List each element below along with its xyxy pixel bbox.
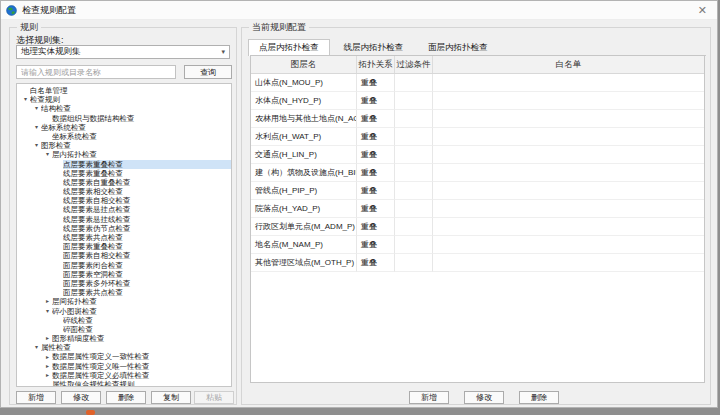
table-row[interactable]: 交通点(H_LIN_P)重叠	[251, 146, 704, 164]
tree-item-label: 面层要素闭合检查	[63, 261, 231, 270]
cell-filter-condition	[395, 146, 433, 164]
expand-arrow-icon[interactable]: ▾	[32, 343, 41, 352]
modify-rule-button[interactable]: 修改	[464, 391, 504, 404]
tree-item[interactable]: ▸数据层属性项定义一致性检查	[17, 352, 231, 361]
window-title: 检查规则配置	[22, 4, 76, 17]
tree-item[interactable]: 线层要素重叠检查	[17, 169, 231, 178]
tree-item-label: 线层要素自相交检查	[63, 196, 231, 205]
tab-line-layer-topology[interactable]: 线层内拓扑检查	[333, 39, 415, 55]
collapse-arrow-icon[interactable]: ▸	[43, 362, 52, 371]
cell-whitelist	[433, 128, 704, 146]
expand-arrow-icon[interactable]: ▾	[32, 104, 41, 113]
tree-item[interactable]: ▸图形精细度检查	[17, 334, 231, 343]
add-rule-button[interactable]: 新增	[409, 391, 449, 404]
tree-item[interactable]: 坐标系统检查	[17, 132, 231, 141]
cell-topology-relation: 重叠	[357, 218, 395, 236]
cell-filter-condition	[395, 182, 433, 200]
tree-item[interactable]: 面层要素共点检查	[17, 288, 231, 297]
tree-item[interactable]: 线层要素共点检查	[17, 233, 231, 242]
tree-item[interactable]: 点层要素重叠检查	[17, 160, 231, 169]
delete-rule-button[interactable]: 删除	[519, 391, 559, 404]
cell-whitelist	[433, 236, 704, 254]
cell-layer-name: 管线点(H_PIP_P)	[251, 182, 357, 200]
tree-item[interactable]: 线层要素悬挂点检查	[17, 205, 231, 214]
tree-item[interactable]: 数据组织与数据结构检查	[17, 114, 231, 123]
expand-arrow-icon[interactable]: ▾	[32, 123, 41, 132]
table-row[interactable]: 水体点(N_HYD_P)重叠	[251, 92, 704, 110]
cell-whitelist	[433, 182, 704, 200]
add-button[interactable]: 新增	[16, 391, 56, 404]
table-row[interactable]: 水利点(H_WAT_P)重叠	[251, 128, 704, 146]
column-header: 图层名	[251, 56, 357, 73]
cell-layer-name: 山体点(N_MOU_P)	[251, 74, 357, 92]
column-header: 拓扑关系	[357, 56, 395, 73]
query-button[interactable]: 查询	[184, 65, 232, 79]
current-rule-config-groupbox: 当前规则配置 点层内拓扑检查线层内拓扑检查面层内拓扑检查 图层名拓扑关系过滤条件…	[241, 27, 711, 405]
tree-item[interactable]: 碎面检查	[17, 325, 231, 334]
tree-item[interactable]: ▾属性检查	[17, 343, 231, 352]
tree-item[interactable]: ▸层间拓扑检查	[17, 297, 231, 306]
collapse-arrow-icon[interactable]: ▸	[43, 371, 52, 380]
search-input[interactable]	[16, 65, 176, 79]
table-row[interactable]: 建（构）筑物及设施点(H_BIU_P)重叠	[251, 164, 704, 182]
cell-topology-relation: 重叠	[357, 146, 395, 164]
tree-item-label: 碎线检查	[63, 316, 231, 325]
close-icon[interactable]: ✕	[693, 5, 712, 16]
topology-tab-bar: 点层内拓扑检查线层内拓扑检查面层内拓扑检查	[248, 39, 706, 56]
tree-item[interactable]: ▸数据层属性项定义唯一性检查	[17, 362, 231, 371]
cell-whitelist	[433, 146, 704, 164]
collapse-arrow-icon[interactable]: ▸	[43, 334, 52, 343]
tree-item[interactable]: ▾结构检查	[17, 104, 231, 113]
expand-arrow-icon[interactable]: ▾	[32, 141, 41, 150]
cell-filter-condition	[395, 200, 433, 218]
delete-button[interactable]: 删除	[106, 391, 146, 404]
tree-item[interactable]: 线层要素自重叠检查	[17, 178, 231, 187]
tree-item[interactable]: 面层要素多外环检查	[17, 279, 231, 288]
table-row[interactable]: 农林用地与其他土地点(N_AGR_P)重叠	[251, 110, 704, 128]
tree-item[interactable]: ▾碎小图斑检查	[17, 307, 231, 316]
cell-topology-relation: 重叠	[357, 164, 395, 182]
ruleset-selected-value: 地理实体规则集	[21, 46, 81, 58]
tree-item[interactable]: 线层要素伪节点检查	[17, 224, 231, 233]
tree-item[interactable]: 线层要素相交检查	[17, 187, 231, 196]
table-row[interactable]: 管线点(H_PIP_P)重叠	[251, 182, 704, 200]
tree-item[interactable]: ▸数据层属性项定义必填性检查	[17, 371, 231, 380]
cell-topology-relation: 重叠	[357, 182, 395, 200]
tree-item[interactable]: 面层要素自相交检查	[17, 251, 231, 260]
paste-button[interactable]: 粘贴	[194, 391, 234, 404]
tab-polygon-layer-topology[interactable]: 面层内拓扑检查	[417, 39, 499, 55]
tree-item[interactable]: 线层要素悬挂线检查	[17, 215, 231, 224]
collapse-arrow-icon[interactable]: ▸	[43, 353, 52, 362]
table-row[interactable]: 地名点(M_NAM_P)重叠	[251, 236, 704, 254]
cell-layer-name: 行政区划单元点(M_ADM_P)	[251, 218, 357, 236]
modify-button[interactable]: 修改	[61, 391, 101, 404]
tree-item[interactable]: 碎线检查	[17, 316, 231, 325]
tree-item-label: 面层要素自相交检查	[63, 251, 231, 260]
expand-arrow-icon[interactable]: ▾	[21, 95, 30, 104]
expand-arrow-icon[interactable]: ▾	[43, 307, 52, 316]
table-row[interactable]: 行政区划单元点(M_ADM_P)重叠	[251, 218, 704, 236]
tree-item-label: 属性取值合规性检查规则	[52, 380, 231, 387]
table-header-row: 图层名拓扑关系过滤条件白名单	[251, 56, 704, 74]
collapse-arrow-icon[interactable]: ▸	[43, 297, 52, 306]
tab-point-layer-topology[interactable]: 点层内拓扑检查	[248, 39, 330, 56]
tree-item[interactable]: 面层要素空洞检查	[17, 270, 231, 279]
cell-filter-condition	[395, 236, 433, 254]
tree-item[interactable]: 白名单管理	[17, 86, 231, 95]
tree-item[interactable]: 线层要素自相交检查	[17, 196, 231, 205]
tree-item[interactable]: ▾图形检查	[17, 141, 231, 150]
table-row[interactable]: 院落点(H_YAD_P)重叠	[251, 200, 704, 218]
tree-item[interactable]: ▾检查规则	[17, 95, 231, 104]
tree-item[interactable]: 属性取值合规性检查规则	[17, 380, 231, 387]
tree-item[interactable]: 面层要素闭合检查	[17, 261, 231, 270]
ruleset-select[interactable]: 地理实体规则集 ▾	[16, 45, 230, 59]
rule-tree: 白名单管理▾检查规则▾结构检查数据组织与数据结构检查▾坐标系统检查坐标系统检查▾…	[16, 83, 232, 387]
tree-item-label: 坐标系统检查	[41, 123, 231, 132]
table-row[interactable]: 山体点(N_MOU_P)重叠	[251, 74, 704, 92]
tree-item[interactable]: ▾层内拓扑检查	[17, 150, 231, 159]
copy-button[interactable]: 复制	[151, 391, 191, 404]
tree-item[interactable]: 面层要素重叠检查	[17, 242, 231, 251]
expand-arrow-icon[interactable]: ▾	[43, 150, 52, 159]
table-row[interactable]: 其他管理区域点(M_OTH_P)重叠	[251, 254, 704, 272]
tree-item[interactable]: ▾坐标系统检查	[17, 123, 231, 132]
